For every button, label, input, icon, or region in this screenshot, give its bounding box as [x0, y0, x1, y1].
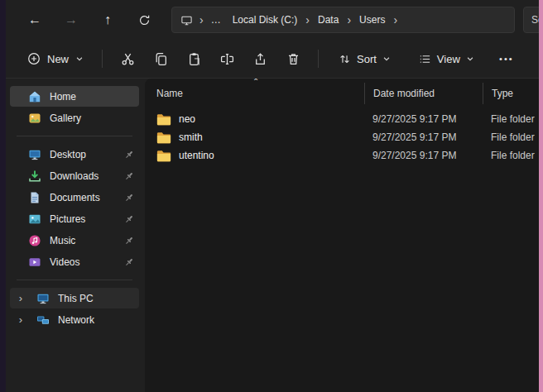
copy-icon: [154, 52, 168, 66]
sidebar-item-desktop[interactable]: Desktop: [10, 144, 139, 165]
downloads-icon: [28, 170, 41, 183]
column-header-label: Type: [492, 88, 513, 99]
sidebar-item-music[interactable]: Music: [10, 230, 139, 251]
new-button-label: New: [47, 53, 69, 65]
file-date-cell: 9/27/2025 9:17 PM: [364, 113, 483, 125]
chevron-right-icon: ›: [303, 14, 312, 26]
view-button[interactable]: View: [411, 46, 483, 72]
breadcrumb-users[interactable]: Users: [353, 12, 391, 28]
sort-button[interactable]: Sort: [330, 46, 399, 72]
more-options-button[interactable]: •••: [491, 45, 522, 73]
expand-chevron-icon[interactable]: ›: [13, 313, 28, 326]
search-input[interactable]: Se: [523, 7, 539, 33]
sidebar-item-label: Desktop: [50, 149, 86, 160]
refresh-icon: [138, 14, 151, 26]
column-header-name[interactable]: Name ˆ: [155, 83, 364, 104]
sort-button-label: Sort: [357, 53, 377, 65]
toolbar-divider: [102, 50, 103, 68]
toolbar-divider: [318, 50, 319, 68]
pin-icon: [124, 171, 134, 181]
file-name-cell: neo: [155, 113, 364, 126]
sidebar-item-label: Downloads: [50, 170, 99, 182]
file-type-cell: File folder: [483, 113, 539, 125]
refresh-button[interactable]: [128, 6, 160, 34]
pictures-icon: [28, 213, 41, 226]
breadcrumb-local-disk-c[interactable]: Local Disk (C:): [227, 12, 304, 28]
file-date-cell: 9/27/2025 9:17 PM: [364, 131, 483, 143]
this-pc-icon: [36, 292, 50, 305]
sidebar-item-videos[interactable]: Videos: [10, 251, 139, 272]
copy-button[interactable]: [144, 45, 177, 73]
pin-icon: [124, 150, 134, 160]
this-pc-icon: [180, 13, 194, 26]
folder-icon: [156, 131, 171, 144]
videos-icon: [28, 256, 41, 269]
new-button[interactable]: New: [17, 45, 94, 72]
pin-icon: [124, 257, 134, 267]
pin-icon: [124, 193, 134, 203]
clipboard-icon: [187, 52, 201, 66]
file-row[interactable]: smith 9/27/2025 9:17 PM File folder: [155, 128, 539, 146]
right-edge-strip: [539, 0, 543, 392]
folder-icon: [156, 113, 171, 126]
sidebar-item-label: Home: [50, 91, 76, 103]
view-icon: [419, 53, 431, 65]
share-button[interactable]: [243, 45, 276, 73]
desktop-icon: [28, 148, 41, 161]
content-area: Home Gallery: [6, 79, 539, 392]
sidebar-item-network[interactable]: › Network: [10, 309, 139, 330]
breadcrumb-data[interactable]: Data: [312, 12, 344, 28]
column-header-type[interactable]: Type: [483, 83, 539, 104]
back-button[interactable]: ←: [19, 6, 50, 34]
column-header-label: Date modified: [373, 88, 435, 99]
rename-button[interactable]: [210, 45, 243, 73]
folder-icon: [156, 150, 171, 162]
delete-button[interactable]: [276, 45, 310, 73]
sidebar-divider: [17, 280, 132, 280]
share-icon: [253, 52, 267, 66]
sidebar-item-this-pc[interactable]: › This PC: [10, 288, 139, 308]
navigation-bar: ← → ↑ › … Local Disk (C:) › Data: [6, 0, 539, 40]
sidebar-item-label: Network: [58, 314, 94, 326]
home-icon: [28, 90, 41, 103]
file-row[interactable]: neo 9/27/2025 9:17 PM File folder: [155, 110, 539, 128]
sidebar-item-home[interactable]: Home: [10, 86, 139, 107]
column-header-label: Name: [156, 88, 183, 99]
file-explorer-window: ← → ↑ › … Local Disk (C:) › Data: [6, 0, 539, 392]
chevron-down-icon: [382, 55, 391, 63]
network-icon: [36, 313, 50, 327]
file-list-pane: Name ˆ Date modified Type: [145, 79, 539, 392]
music-icon: [28, 234, 41, 247]
breadcrumb-ellipsis[interactable]: …: [206, 14, 227, 26]
sidebar-divider: [17, 136, 132, 136]
command-toolbar: New: [6, 40, 539, 79]
sidebar-item-label: Pictures: [50, 213, 85, 225]
view-button-label: View: [437, 53, 460, 65]
file-name: neo: [179, 113, 195, 125]
rename-icon: [220, 52, 234, 66]
column-header-date-modified[interactable]: Date modified: [364, 83, 483, 104]
sidebar-item-pictures[interactable]: Pictures: [10, 208, 139, 229]
cut-button[interactable]: [111, 45, 144, 73]
file-date-cell: 9/27/2025 9:17 PM: [364, 150, 483, 161]
expand-chevron-icon[interactable]: ›: [13, 292, 28, 304]
sidebar-item-documents[interactable]: Documents: [10, 187, 139, 208]
sidebar-item-downloads[interactable]: Downloads: [10, 165, 139, 186]
scissors-icon: [121, 52, 135, 66]
chevron-down-icon: [466, 55, 474, 63]
sidebar-item-label: Documents: [50, 192, 100, 203]
sidebar-item-label: Music: [50, 235, 75, 246]
file-row[interactable]: utentino 9/27/2025 9:17 PM File folder: [155, 146, 539, 165]
sidebar-item-label: Videos: [50, 256, 79, 268]
sidebar-item-label: Gallery: [50, 112, 81, 124]
address-bar[interactable]: › … Local Disk (C:) › Data › Users ›: [171, 7, 515, 33]
paste-button[interactable]: [177, 45, 210, 73]
forward-button[interactable]: →: [55, 6, 87, 34]
up-button[interactable]: ↑: [92, 6, 123, 34]
navigation-sidebar: Home Gallery: [6, 79, 143, 392]
file-type-cell: File folder: [483, 131, 539, 143]
file-name: utentino: [179, 150, 214, 161]
sidebar-item-gallery[interactable]: Gallery: [10, 108, 139, 128]
chevron-right-icon: ›: [344, 14, 353, 26]
plus-circle-icon: [27, 52, 41, 65]
